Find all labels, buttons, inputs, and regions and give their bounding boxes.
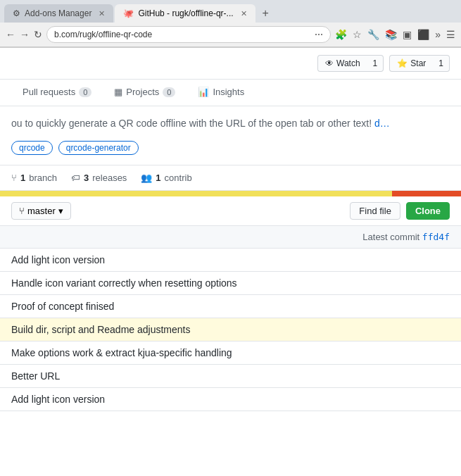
pull-requests-label: Pull requests xyxy=(23,87,75,97)
latest-commit-label: Latest commit xyxy=(362,232,419,242)
file-row-highlighted[interactable]: Build dir, script and Readme adjustments xyxy=(0,318,461,342)
watch-label: Watch xyxy=(336,58,360,68)
code-toolbar: ⑂ master ▾ Find file Clone xyxy=(0,196,461,226)
branch-label: branch xyxy=(29,173,57,183)
file-name: Handle icon variant correctly when reset… xyxy=(11,277,450,289)
branches-stat[interactable]: ⑂ 1 branch xyxy=(11,173,71,183)
extensions-icon[interactable]: 🧩 xyxy=(335,29,347,40)
chevron-down-icon: ▾ xyxy=(58,206,63,216)
star-label: Star xyxy=(410,58,426,68)
contributors-icon: 👥 xyxy=(141,173,152,183)
language-bar xyxy=(0,191,461,196)
github-favicon: 🐙 xyxy=(123,8,134,18)
page-content: 👁 Watch 1 ⭐ Star 1 Pull requests 0 ▦ Pro… xyxy=(0,48,461,411)
contributors-count: 1 xyxy=(156,173,160,183)
repo-tags: qrcode qrcode-generator xyxy=(0,141,461,165)
qr-icon[interactable]: ⬛ xyxy=(417,29,429,40)
insights-label: Insights xyxy=(213,87,244,97)
commit-bar: Latest commit ffd4f xyxy=(0,226,461,249)
file-row[interactable]: Make options work & extract kjua-specifi… xyxy=(0,342,461,365)
releases-label: releases xyxy=(92,173,127,183)
tab-addons[interactable]: ⚙ Add-ons Manager ✕ xyxy=(4,4,113,23)
nav-projects[interactable]: ▦ Projects 0 xyxy=(103,80,187,106)
contributors-label: contrib xyxy=(165,173,192,183)
projects-badge: 0 xyxy=(163,87,175,97)
insights-icon: 📊 xyxy=(198,87,209,97)
branch-selector[interactable]: ⑂ master ▾ xyxy=(11,202,71,220)
new-tab-button[interactable]: + xyxy=(257,4,274,23)
projects-icon: ▦ xyxy=(114,87,122,97)
file-row[interactable]: Handle icon variant correctly when reset… xyxy=(0,272,461,295)
branch-selector-label: master xyxy=(27,206,56,216)
file-name: Add light icon version xyxy=(11,254,450,265)
star-button[interactable]: ⭐ Star xyxy=(389,55,433,72)
repo-nav: Pull requests 0 ▦ Projects 0 📊 Insights xyxy=(0,80,461,106)
nav-pull-requests[interactable]: Pull requests 0 xyxy=(11,80,103,106)
file-row[interactable]: Proof of concept finised xyxy=(0,295,461,318)
file-list: Add light icon version Handle icon varia… xyxy=(0,249,461,411)
file-row[interactable]: Better URL xyxy=(0,365,461,388)
addons-tab-label: Add-ons Manager xyxy=(25,8,91,18)
clone-button[interactable]: Clone xyxy=(406,202,450,220)
addons-favicon: ⚙ xyxy=(13,8,20,18)
menu-icon[interactable]: ☰ xyxy=(446,29,455,40)
read-more-link[interactable]: d… xyxy=(374,118,390,129)
watch-group: 👁 Watch 1 xyxy=(317,55,384,72)
eye-icon: 👁 xyxy=(325,58,334,68)
browser-chrome: ⚙ Add-ons Manager ✕ 🐙 GitHub - rugk/offl… xyxy=(0,0,461,48)
toolbar: ← → ↻ b.com/rugk/offline-qr-code ⋯ 🧩 ☆ 🔧… xyxy=(0,23,461,47)
watch-count[interactable]: 1 xyxy=(367,55,384,72)
commit-hash[interactable]: ffd4f xyxy=(422,232,450,242)
lang-javascript xyxy=(0,191,392,196)
tag-releases-icon: 🏷 xyxy=(71,173,80,183)
branch-count: 1 xyxy=(20,173,25,183)
github-tab-close[interactable]: ✕ xyxy=(241,9,247,18)
sidebar-icon[interactable]: ▣ xyxy=(403,29,412,40)
releases-count: 3 xyxy=(84,173,89,183)
file-name: Add light icon version xyxy=(11,394,450,405)
star-count[interactable]: 1 xyxy=(433,55,450,72)
addons-tab-close[interactable]: ✕ xyxy=(99,9,105,18)
tag-qrcode-generator[interactable]: qrcode-generator xyxy=(58,141,139,155)
branch-icon: ⑂ xyxy=(11,173,17,183)
file-name: Better URL xyxy=(11,370,450,382)
reload-icon[interactable]: ↻ xyxy=(34,29,42,40)
bookmark-icon[interactable]: ☆ xyxy=(353,29,362,40)
github-tab-label: GitHub - rugk/offline-qr-... xyxy=(138,8,233,18)
tab-github[interactable]: 🐙 GitHub - rugk/offline-qr-... ✕ xyxy=(115,4,255,23)
file-row[interactable]: Add light icon version xyxy=(0,388,461,411)
url-text: b.com/rugk/offline-qr-code xyxy=(54,30,152,39)
repo-description: ou to quickly generate a QR code offline… xyxy=(0,106,461,141)
repo-stats: ⑂ 1 branch 🏷 3 releases 👥 1 contrib xyxy=(0,165,461,191)
nav-insights[interactable]: 📊 Insights xyxy=(187,80,255,106)
back-icon[interactable]: ← xyxy=(6,29,15,40)
url-menu-icon: ⋯ xyxy=(315,30,323,39)
url-bar[interactable]: b.com/rugk/offline-qr-code ⋯ xyxy=(46,26,331,43)
watch-button[interactable]: 👁 Watch xyxy=(317,55,367,72)
star-group: ⭐ Star 1 xyxy=(389,55,450,72)
star-icon: ⭐ xyxy=(397,58,408,68)
tools-icon[interactable]: 🔧 xyxy=(367,29,379,40)
branch-selector-icon: ⑂ xyxy=(19,206,25,216)
file-row[interactable]: Add light icon version xyxy=(0,249,461,272)
library-icon[interactable]: 📚 xyxy=(385,29,397,40)
contributors-stat[interactable]: 👥 1 contrib xyxy=(141,173,206,183)
pull-requests-badge: 0 xyxy=(79,87,91,97)
file-name: Build dir, script and Readme adjustments xyxy=(11,324,450,335)
tab-bar: ⚙ Add-ons Manager ✕ 🐙 GitHub - rugk/offl… xyxy=(0,0,461,23)
releases-stat[interactable]: 🏷 3 releases xyxy=(71,173,141,183)
projects-label: Projects xyxy=(126,87,159,97)
toolbar-icons-right: 🧩 ☆ 🔧 📚 ▣ ⬛ » ☰ xyxy=(335,29,455,40)
file-name: Proof of concept finised xyxy=(11,301,450,312)
tag-qrcode[interactable]: qrcode xyxy=(11,141,53,155)
repo-header: 👁 Watch 1 ⭐ Star 1 xyxy=(0,48,461,80)
file-name: Make options work & extract kjua-specifi… xyxy=(11,347,450,358)
forward-icon[interactable]: → xyxy=(20,29,30,40)
description-text: ou to quickly generate a QR code offline… xyxy=(11,118,372,129)
find-file-button[interactable]: Find file xyxy=(350,202,400,220)
overflow-icon[interactable]: » xyxy=(435,29,441,40)
lang-html xyxy=(392,191,461,196)
